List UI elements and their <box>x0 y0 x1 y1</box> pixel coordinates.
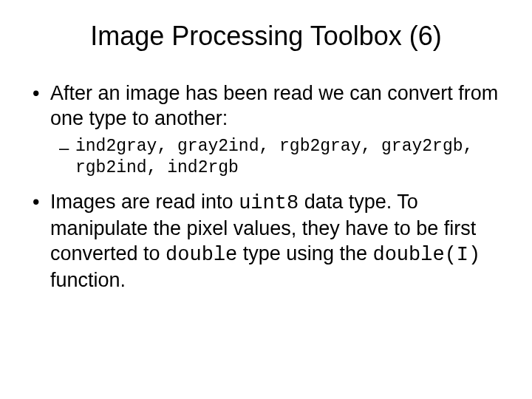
bullet-2-part3: type using the <box>237 242 372 265</box>
bullet-2-part1: Images are read into <box>50 191 239 213</box>
code-uint8: uint8 <box>239 192 299 214</box>
bullet-2-part4: function. <box>50 269 126 291</box>
code-double: double <box>166 244 237 266</box>
sub-bullet-item: ind2gray, gray2ind, rgb2gray, gray2rgb, … <box>50 136 502 180</box>
slide-title: Image Processing Toolbox (6) <box>30 21 502 52</box>
sub-bullet-list: ind2gray, gray2ind, rgb2gray, gray2rgb, … <box>50 136 502 180</box>
bullet-item-1: After an image has been read we can conv… <box>30 81 502 180</box>
sub-bullet-text: ind2gray, gray2ind, rgb2gray, gray2rgb, … <box>75 137 473 178</box>
bullet-list: After an image has been read we can conv… <box>30 81 502 293</box>
bullet-1-text: After an image has been read we can conv… <box>50 82 498 129</box>
code-double-i: double(I) <box>372 244 480 266</box>
slide: Image Processing Toolbox (6) After an im… <box>0 0 532 399</box>
bullet-item-2: Images are read into uint8 data type. To… <box>30 190 502 293</box>
